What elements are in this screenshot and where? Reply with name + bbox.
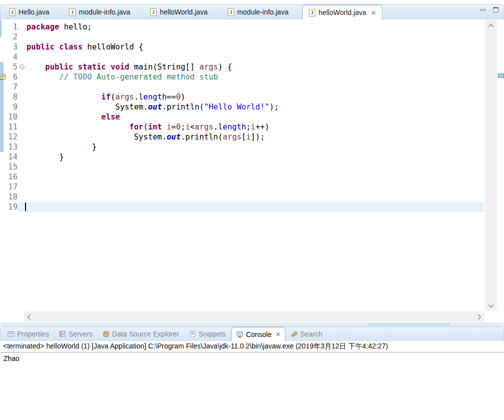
scroll-up-icon[interactable] (488, 24, 493, 29)
editor-console-sash[interactable] (0, 322, 504, 326)
scroll-down-icon[interactable] (488, 302, 493, 308)
console-tab-data-source-explorer[interactable]: Data Source Explorer (98, 327, 184, 341)
fold-column (18, 92, 27, 102)
line-marker-column[interactable] (0, 22, 7, 32)
line-marker-column[interactable] (0, 152, 7, 162)
code-line-4[interactable]: 4 (0, 52, 484, 62)
editor-tab-helloworld-java[interactable]: JhelloWorld.java (302, 5, 382, 20)
code-text[interactable]: public static void main(String[] args) { (27, 62, 484, 72)
console-tab-search[interactable]: Search (286, 327, 327, 341)
line-marker-column[interactable] (0, 172, 7, 182)
code-text[interactable]: public class helloWorld { (27, 42, 484, 52)
code-line-7[interactable]: 7 (0, 82, 484, 92)
code-text[interactable] (27, 202, 484, 212)
console-tab-snippets[interactable]: Snippets (185, 327, 230, 341)
code-text[interactable]: if(args.length==0) (27, 92, 484, 102)
code-line-15[interactable]: 15 (0, 162, 484, 172)
line-marker-column[interactable] (0, 42, 7, 52)
console-tab-properties[interactable]: Properties (3, 327, 54, 341)
close-icon[interactable] (276, 332, 280, 336)
line-marker-column[interactable] (0, 122, 7, 132)
code-line-5[interactable]: 5 public static void main(String[] args)… (0, 62, 484, 72)
code-text[interactable]: } (27, 152, 484, 162)
line-marker-column[interactable] (0, 102, 7, 112)
console-output[interactable]: Zhao (0, 352, 504, 362)
maximize-icon[interactable] (492, 6, 499, 13)
properties-icon (8, 330, 15, 338)
eclipse-workbench: JHello.javaJmodule-info.javaJhelloWorld.… (0, 0, 504, 420)
code-line-16[interactable]: 16 (0, 172, 484, 182)
line-marker-column[interactable] (0, 62, 7, 72)
code-line-17[interactable]: 17 (0, 182, 484, 192)
editor-tab-bar: JHello.javaJmodule-info.javaJhelloWorld.… (0, 4, 504, 20)
quick-diff-marker (0, 112, 4, 122)
line-number: 1 (7, 22, 18, 32)
quick-diff-marker (0, 122, 4, 132)
line-marker-column[interactable] (0, 202, 7, 212)
code-text[interactable]: // TODO Auto-generated method stub (27, 72, 484, 82)
code-text[interactable] (27, 82, 484, 92)
code-text[interactable] (27, 52, 484, 62)
fold-column (18, 22, 27, 32)
line-marker-column[interactable] (0, 92, 7, 102)
code-line-11[interactable]: 11 for(int i=0;i<args.length;i++) (0, 122, 484, 132)
code-editor[interactable]: 1package hello;23public class helloWorld… (0, 20, 504, 312)
line-marker-column[interactable] (0, 82, 7, 92)
code-line-14[interactable]: 14 } (0, 152, 484, 162)
code-line-2[interactable]: 2 (0, 32, 484, 42)
java-file-icon: J (228, 8, 234, 16)
code-line-12[interactable]: 12 System.out.println(args[i]); (0, 132, 484, 142)
code-text[interactable] (27, 192, 484, 202)
editor-tab-helloworld-java[interactable]: JhelloWorld.java (144, 4, 213, 20)
tab-label: Data Source Explorer (112, 330, 179, 338)
overview-ruler[interactable] (497, 20, 504, 311)
code-line-6[interactable]: 6 // TODO Auto-generated method stub (0, 72, 484, 82)
line-marker-column[interactable] (0, 192, 7, 202)
code-text[interactable]: } (27, 142, 484, 152)
sash-drag-handle[interactable] (368, 323, 450, 326)
code-line-10[interactable]: 10 else (0, 112, 484, 122)
code-text[interactable] (27, 162, 484, 172)
code-text[interactable]: for(int i=0;i<args.length;i++) (27, 122, 484, 132)
code-lines: 1package hello;23public class helloWorld… (0, 20, 484, 212)
line-marker-column[interactable] (0, 162, 7, 172)
fold-column (18, 82, 27, 92)
code-line-3[interactable]: 3public class helloWorld { (0, 42, 484, 52)
code-line-13[interactable]: 13 } (0, 142, 484, 152)
console-tab-bar: PropertiesServersData Source ExplorerSni… (0, 326, 504, 341)
minimize-icon[interactable] (480, 7, 486, 12)
line-marker-column[interactable] (0, 52, 7, 62)
editor-tab-module-info-java[interactable]: Jmodule-info.java (63, 4, 136, 20)
line-marker-column[interactable] (0, 112, 7, 122)
tab-label: Snippets (199, 330, 226, 338)
console-tab-servers[interactable]: Servers (55, 327, 97, 341)
scroll-right-icon[interactable] (475, 314, 481, 320)
code-text[interactable]: System.out.println(args[i]); (27, 132, 484, 142)
scroll-left-icon[interactable] (27, 314, 33, 320)
line-marker-column[interactable] (0, 132, 7, 142)
close-icon[interactable] (371, 10, 376, 15)
code-text[interactable]: else (27, 112, 484, 122)
code-line-18[interactable]: 18 (0, 192, 484, 202)
code-line-19[interactable]: 19 (0, 202, 484, 212)
line-marker-column[interactable] (0, 32, 7, 42)
editor-tab-module-info-java[interactable]: Jmodule-info.java (222, 4, 295, 20)
line-marker-column[interactable] (0, 142, 7, 152)
code-text[interactable] (27, 32, 484, 42)
line-marker-column[interactable] (0, 72, 7, 82)
editor-tab-hello-java[interactable]: JHello.java (3, 4, 55, 20)
line-number: 12 (7, 132, 18, 142)
code-text[interactable]: package hello; (27, 22, 484, 32)
horizontal-scrollbar[interactable] (24, 312, 484, 322)
code-line-8[interactable]: 8 if(args.length==0) (0, 92, 484, 102)
console-tab-console[interactable]: Console (231, 327, 285, 341)
code-line-1[interactable]: 1package hello; (0, 22, 484, 32)
code-line-9[interactable]: 9 System.out.println("Hello World!"); (0, 102, 484, 112)
code-text[interactable] (27, 172, 484, 182)
vertical-scrollbar[interactable] (485, 20, 497, 311)
code-text[interactable]: System.out.println("Hello World!"); (27, 102, 484, 112)
line-marker-column[interactable] (0, 182, 7, 192)
code-text[interactable] (27, 182, 484, 192)
task-annotation-marker[interactable] (498, 74, 504, 78)
fold-collapse-icon[interactable] (20, 64, 25, 70)
